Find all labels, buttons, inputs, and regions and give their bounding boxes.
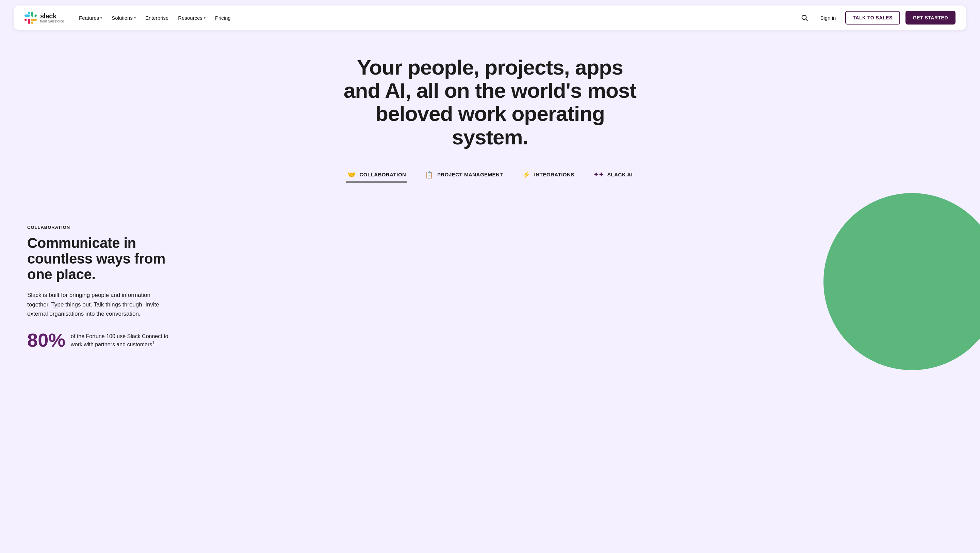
lightning-icon: ⚡ [522, 171, 531, 179]
nav-links: Features ▾ Solutions ▾ Enterprise Resour… [75, 12, 798, 24]
sparkles-icon: ✦✦ [593, 171, 604, 178]
nav-enterprise[interactable]: Enterprise [141, 12, 172, 24]
feature-tabs: 🤝 COLLABORATION 📋 PROJECT MANAGEMENT ⚡ I… [14, 163, 966, 191]
navbar: slack from Salesforce Features ▾ Solutio… [14, 5, 966, 30]
hero-section: Your people, projects, apps and AI, all … [0, 35, 980, 204]
nav-features[interactable]: Features ▾ [75, 12, 106, 24]
features-chevron-icon: ▾ [100, 16, 102, 20]
nav-solutions[interactable]: Solutions ▾ [108, 12, 140, 24]
resources-chevron-icon: ▾ [204, 16, 205, 20]
solutions-chevron-icon: ▾ [134, 16, 136, 20]
stat-row: 80% of the Fortune 100 use Slack Connect… [27, 331, 170, 350]
get-started-button[interactable]: GET STARTED [905, 11, 956, 24]
svg-line-1 [806, 19, 808, 21]
section-heading: Communicate in countless ways from one p… [27, 235, 170, 283]
search-icon [801, 14, 808, 21]
tab-slack-ai[interactable]: ✦✦ SLACK AI [592, 168, 634, 183]
hero-title: Your people, projects, apps and AI, all … [337, 56, 643, 149]
logo-link[interactable]: slack from Salesforce [24, 11, 64, 24]
talk-to-sales-button[interactable]: TALK TO SALES [845, 11, 900, 24]
sign-in-link[interactable]: Sign in [816, 12, 840, 24]
hand-wave-icon: 🤝 [347, 171, 356, 179]
tab-project-management[interactable]: 📋 PROJECT MANAGEMENT [424, 168, 504, 183]
stat-number: 80% [27, 331, 65, 350]
slack-from-salesforce: from Salesforce [40, 19, 64, 23]
clipboard-icon: 📋 [425, 171, 434, 179]
section-label: COLLABORATION [27, 225, 170, 230]
section-body: Slack is built for bringing people and i… [27, 290, 170, 319]
collaboration-section: COLLABORATION Communicate in countless w… [0, 204, 980, 350]
tab-integrations[interactable]: ⚡ INTEGRATIONS [520, 168, 576, 183]
slack-logo-icon [24, 11, 37, 24]
green-circle-decoration [824, 193, 980, 370]
stat-description: of the Fortune 100 use Slack Connect to … [71, 331, 170, 349]
tab-collaboration[interactable]: 🤝 COLLABORATION [346, 168, 408, 183]
collaboration-content: COLLABORATION Communicate in countless w… [27, 225, 170, 350]
nav-pricing[interactable]: Pricing [211, 12, 235, 24]
slack-wordmark: slack [40, 13, 64, 19]
nav-right: Sign in TALK TO SALES GET STARTED [798, 11, 956, 24]
logo-text: slack from Salesforce [38, 13, 64, 23]
search-button[interactable] [798, 11, 811, 24]
nav-resources[interactable]: Resources ▾ [174, 12, 210, 24]
